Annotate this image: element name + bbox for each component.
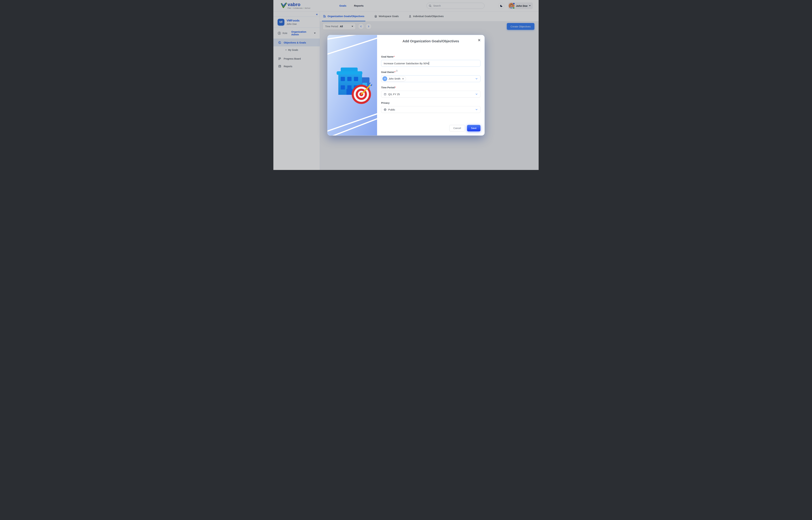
app-window: vabro Plan•Collaborate•Deliver Goals Rep… [273,0,539,170]
required-asterisk: * [395,71,395,74]
time-period-field: Time Period* Q3, FY 25 [381,86,480,98]
owner-chip: JS John Smith ✕ [382,76,406,81]
goal-name-label: Goal Name* [381,55,395,58]
chevron-down-icon[interactable] [475,93,478,96]
goal-name-field: Goal Name* Increase Customer Satisfactio… [381,55,480,67]
modal-footer: Cancel Save [381,125,480,131]
modal-title: Add Organization Goals/Objectives [381,39,480,43]
required-asterisk: * [394,55,394,58]
goal-name-input[interactable]: Increase Customer Satisfaction By 50% [381,60,480,67]
goal-owner-field: Goal Owner* JS John Smith ✕ [381,71,480,82]
save-button[interactable]: Save [467,125,480,131]
close-icon[interactable]: ✕ [478,38,481,42]
privacy-value: Public [388,108,395,111]
cancel-button[interactable]: Cancel [449,125,465,131]
time-period-value: Q3, FY 25 [388,93,400,96]
owner-avatar: JS [383,76,387,81]
info-icon[interactable] [396,70,398,72]
privacy-field: Privacy Public [381,101,480,113]
goal-illustration [328,35,377,135]
required-asterisk: * [395,86,396,89]
text-cursor [429,62,429,65]
globe-icon [384,108,387,111]
goal-name-value: Increase Customer Satisfaction By 50% [384,62,428,65]
remove-owner-icon[interactable]: ✕ [402,78,404,80]
goal-owner-label: Goal Owner* [381,71,397,74]
calendar-icon [384,93,387,96]
chevron-down-icon[interactable] [475,77,478,80]
add-goal-modal: Add Organization Goals/Objectives ✕ Goal… [328,35,484,135]
goal-owner-select[interactable]: JS John Smith ✕ [381,75,480,82]
modal-content: Add Organization Goals/Objectives ✕ Goal… [377,35,484,135]
chevron-down-icon[interactable] [475,108,478,111]
privacy-select[interactable]: Public [381,106,480,113]
time-period-label: Time Period* [381,86,396,89]
time-period-select[interactable]: Q3, FY 25 [381,91,480,98]
privacy-label: Privacy [381,102,390,104]
owner-name: John Smith [389,77,400,80]
